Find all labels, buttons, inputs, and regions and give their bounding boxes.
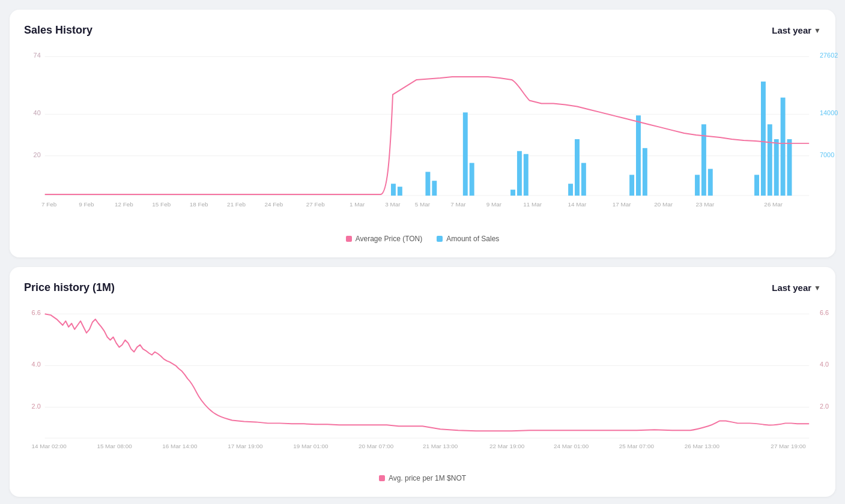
bar-7mar-1 bbox=[391, 184, 396, 196]
price-history-chevron-down-icon: ▼ bbox=[814, 284, 821, 292]
sales-history-period-selector[interactable]: Last year ▼ bbox=[772, 25, 821, 35]
sales-history-legend: Average Price (TON) Amount of Sales bbox=[24, 235, 821, 243]
bar-14mar-2 bbox=[517, 151, 522, 196]
ph-y-label-left-20: 2.0 bbox=[32, 403, 41, 410]
y-label-left-40: 40 bbox=[34, 109, 41, 116]
x-label-5mar: 5 Mar bbox=[415, 201, 431, 208]
sales-history-svg: 74 40 20 27602 14000 7000 bbox=[24, 46, 821, 226]
x-label-18feb: 18 Feb bbox=[190, 201, 208, 208]
bar-17mar-3 bbox=[581, 163, 586, 196]
legend-amount-sales-dot bbox=[437, 236, 443, 242]
ph-x-label-19mar: 19 Mar 01:00 bbox=[293, 443, 329, 449]
bar-11mar-2 bbox=[470, 163, 474, 196]
ph-x-label-14mar: 14 Mar 02:00 bbox=[31, 443, 67, 449]
price-line bbox=[45, 314, 810, 431]
x-label-7feb: 7 Feb bbox=[41, 201, 57, 208]
ph-y-label-right-66: 6.6 bbox=[820, 309, 829, 316]
bar-26mar-5 bbox=[781, 98, 786, 196]
x-label-1mar: 1 Mar bbox=[350, 201, 365, 208]
x-label-20mar: 20 Mar bbox=[654, 201, 673, 208]
bar-17mar-1 bbox=[568, 184, 573, 196]
legend-avg-price-label: Average Price (TON) bbox=[356, 235, 423, 243]
legend-amount-sales-label: Amount of Sales bbox=[446, 235, 499, 243]
chevron-down-icon: ▼ bbox=[814, 26, 821, 35]
legend-avg-price-dot bbox=[346, 236, 352, 242]
price-history-header: Price history (1M) Last year ▼ bbox=[24, 281, 821, 294]
bar-20mar-1 bbox=[629, 175, 634, 196]
bar-23mar-1 bbox=[695, 175, 700, 196]
bar-26mar-3 bbox=[768, 124, 772, 196]
x-label-9mar: 9 Mar bbox=[486, 201, 502, 208]
y-label-left-20: 20 bbox=[34, 151, 41, 158]
y-label-right-7000: 7000 bbox=[820, 151, 834, 158]
ph-x-label-16mar: 16 Mar 14:00 bbox=[162, 443, 198, 449]
legend-avg-price: Average Price (TON) bbox=[346, 235, 423, 243]
x-label-17mar: 17 Mar bbox=[613, 201, 631, 208]
x-label-24feb: 24 Feb bbox=[265, 201, 283, 208]
bar-23mar-2 bbox=[701, 124, 706, 196]
bar-26mar-4 bbox=[774, 139, 779, 196]
x-label-21feb: 21 Feb bbox=[227, 201, 246, 208]
ph-x-label-27mar: 27 Mar 19:00 bbox=[771, 443, 806, 449]
x-label-12feb: 12 Feb bbox=[115, 201, 133, 208]
x-label-14mar: 14 Mar bbox=[568, 201, 587, 208]
bar-14mar-3 bbox=[524, 154, 529, 196]
x-label-11mar: 11 Mar bbox=[523, 201, 542, 208]
ph-x-label-22mar: 22 Mar 19:00 bbox=[489, 443, 525, 449]
x-label-23mar: 23 Mar bbox=[695, 201, 714, 208]
bar-7mar-2 bbox=[398, 187, 402, 196]
price-history-period-selector[interactable]: Last year ▼ bbox=[772, 283, 821, 293]
bar-14mar-1 bbox=[510, 190, 515, 196]
ph-y-label-right-20: 2.0 bbox=[820, 403, 829, 410]
legend-avg-price-1m-dot bbox=[379, 475, 385, 481]
price-history-card: Price history (1M) Last year ▼ 6.6 4.0 2… bbox=[10, 267, 835, 497]
price-history-legend: Avg. price per 1M $NOT bbox=[24, 474, 821, 482]
bar-11mar bbox=[463, 112, 468, 196]
y-label-right-27602: 27602 bbox=[820, 52, 838, 59]
ph-x-label-17mar: 17 Mar 19:00 bbox=[228, 443, 263, 449]
bar-26mar-1 bbox=[754, 175, 759, 196]
legend-avg-price-1m: Avg. price per 1M $NOT bbox=[379, 474, 466, 482]
price-history-title: Price history (1M) bbox=[24, 281, 115, 294]
x-label-9feb: 9 Feb bbox=[79, 201, 94, 208]
x-label-15feb: 15 Feb bbox=[152, 201, 171, 208]
y-label-right-14000: 14000 bbox=[820, 109, 838, 116]
bar-26mar-6 bbox=[787, 139, 792, 196]
sales-history-header: Sales History Last year ▼ bbox=[24, 24, 821, 37]
ph-x-label-15mar: 15 Mar 08:00 bbox=[97, 443, 132, 449]
ph-x-label-24mar: 24 Mar 01:00 bbox=[554, 443, 589, 449]
sales-history-period-label: Last year bbox=[772, 25, 811, 35]
price-history-chart: 6.6 4.0 2.0 6.6 4.0 2.0 14 Mar 02:00 15 … bbox=[24, 304, 821, 482]
legend-amount-sales: Amount of Sales bbox=[437, 235, 499, 243]
ph-x-label-25mar: 25 Mar 07:00 bbox=[619, 443, 655, 449]
price-history-svg: 6.6 4.0 2.0 6.6 4.0 2.0 14 Mar 02:00 15 … bbox=[24, 304, 821, 466]
bar-9mar bbox=[425, 172, 430, 196]
x-label-26mar: 26 Mar bbox=[764, 201, 783, 208]
bar-26mar-2 bbox=[761, 82, 766, 196]
x-label-27feb: 27 Feb bbox=[306, 201, 325, 208]
price-history-period-label: Last year bbox=[772, 283, 811, 293]
legend-avg-price-1m-label: Avg. price per 1M $NOT bbox=[389, 474, 466, 482]
ph-x-label-21mar: 21 Mar 13:00 bbox=[423, 443, 458, 449]
ph-x-label-20mar: 20 Mar 07:00 bbox=[359, 443, 394, 449]
ph-y-label-right-40: 4.0 bbox=[820, 361, 829, 368]
sales-history-card: Sales History Last year ▼ 74 40 20 27602… bbox=[10, 10, 835, 257]
ph-x-label-26mar: 26 Mar 13:00 bbox=[685, 443, 720, 449]
y-label-left-74: 74 bbox=[34, 52, 41, 59]
bar-9mar-2 bbox=[432, 181, 437, 196]
bar-20mar-2 bbox=[636, 115, 641, 196]
sales-history-chart: 74 40 20 27602 14000 7000 bbox=[24, 46, 821, 243]
bar-20mar-3 bbox=[643, 148, 647, 196]
ph-y-label-left-40: 4.0 bbox=[32, 361, 41, 368]
x-label-3mar: 3 Mar bbox=[385, 201, 401, 208]
x-label-7mar: 7 Mar bbox=[450, 201, 466, 208]
sales-history-title: Sales History bbox=[24, 24, 92, 37]
ph-y-label-left-66: 6.6 bbox=[32, 309, 41, 316]
bar-23mar-3 bbox=[708, 169, 713, 196]
bar-17mar-2 bbox=[575, 139, 580, 196]
